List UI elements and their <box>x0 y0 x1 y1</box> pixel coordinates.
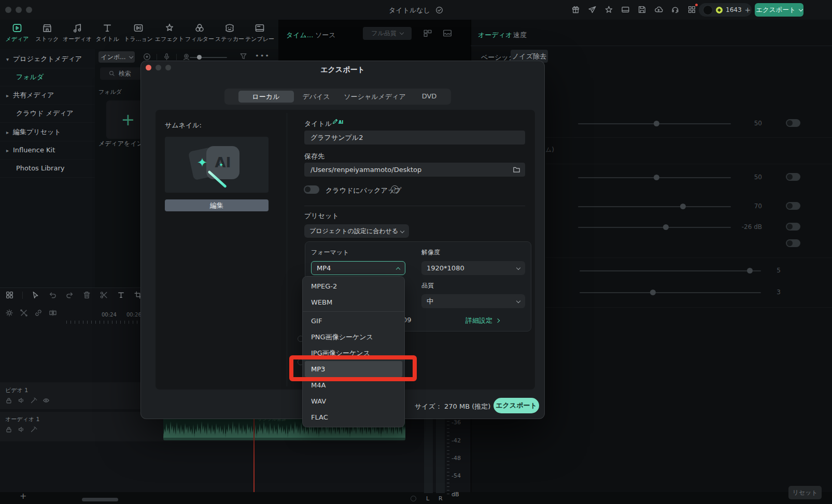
slider-thumb[interactable] <box>654 175 659 180</box>
toggle-switch[interactable] <box>786 202 800 210</box>
horizontal-scrollbar[interactable] <box>82 498 118 501</box>
quality-dropdown[interactable]: フル品質 <box>363 27 412 40</box>
slider-handle[interactable] <box>197 55 202 60</box>
text-tool-icon[interactable] <box>117 291 125 299</box>
delete-icon[interactable] <box>82 291 91 299</box>
slider-row-6[interactable] <box>580 292 761 293</box>
format-option-wav[interactable]: WAV <box>303 393 404 409</box>
sidebar-item-project-media[interactable]: ▾プロジェクトメディア <box>0 50 95 68</box>
reset-button[interactable]: リセット <box>788 486 822 499</box>
volume-slider[interactable] <box>578 123 731 124</box>
redo-icon[interactable] <box>65 291 74 299</box>
cloud-backup-toggle[interactable] <box>304 185 319 194</box>
microphone-icon[interactable] <box>162 52 171 61</box>
tab-stickers[interactable]: ステッカー <box>215 23 245 43</box>
tab-title[interactable]: タイトル <box>92 23 122 43</box>
format-combo-open[interactable]: MP4 <box>311 261 405 275</box>
slider-row-3[interactable] <box>578 206 731 207</box>
edit-thumbnail-button[interactable]: 編集 <box>165 199 269 211</box>
format-option-png-sequence[interactable]: PNG画像シーケンス <box>303 329 404 345</box>
tab-media[interactable]: メディア <box>2 23 32 43</box>
visibility-eye-icon[interactable] <box>43 397 50 404</box>
advanced-settings-link[interactable]: 詳細設定 <box>466 316 499 325</box>
resolution-dropdown[interactable]: 1920*1080 <box>421 261 525 275</box>
magic-wand-icon[interactable] <box>30 426 37 433</box>
slider-row-4[interactable] <box>578 227 731 228</box>
apps-grid-wrap[interactable] <box>687 5 696 14</box>
scope-icon[interactable] <box>443 28 452 38</box>
format-option-webm[interactable]: WEBM <box>303 294 404 310</box>
thumbnail-preview[interactable]: AI ✦ ✦ <box>165 137 269 193</box>
quality-dropdown-dialog[interactable]: 中 <box>421 294 525 308</box>
lock-icon[interactable] <box>5 397 12 404</box>
tab-social-media[interactable]: ソーシャルメディア <box>344 92 405 102</box>
gift-icon[interactable] <box>571 5 580 14</box>
toggle-switch[interactable] <box>786 223 800 231</box>
sidebar-item-cloud-media[interactable]: クラウド メディア <box>0 105 95 123</box>
sidebar-item-photos-library[interactable]: Photos Library <box>0 160 95 178</box>
filter-funnel-icon[interactable] <box>239 52 248 61</box>
quick-split-icon[interactable] <box>20 309 28 317</box>
destination-input[interactable]: /Users/renpeiyamamoto/Desktop <box>304 163 525 177</box>
tab-templates[interactable]: テンプレー <box>245 23 275 43</box>
tab-preview-timeline[interactable]: タイム... <box>286 31 313 40</box>
format-option-mpeg2[interactable]: MPEG-2 <box>303 278 404 294</box>
tab-transition[interactable]: トラ...ョン <box>122 23 154 43</box>
tab-dvd[interactable]: DVD <box>422 92 437 100</box>
slider-row-5[interactable] <box>580 270 761 271</box>
tab-local[interactable]: ローカル <box>252 92 280 102</box>
mute-speaker-icon[interactable] <box>18 397 25 404</box>
slider-thumb[interactable] <box>654 121 659 126</box>
title-input[interactable]: グラフサンプル2 <box>304 131 525 145</box>
magic-wand-icon[interactable] <box>30 397 37 404</box>
tab-preview-source[interactable]: ソース <box>315 31 336 40</box>
preview-layout-icon[interactable] <box>423 28 432 38</box>
select-pointer-icon[interactable] <box>31 291 40 299</box>
timeline-ruler[interactable] <box>66 321 142 324</box>
avatar[interactable] <box>703 5 713 15</box>
add-track-button[interactable]: + <box>20 491 26 501</box>
sidebar-item-folder[interactable]: フォルダ <box>0 68 95 87</box>
dialog-export-button[interactable]: エクスポート <box>493 398 539 413</box>
toggle-switch[interactable] <box>786 173 800 181</box>
tab-effects[interactable]: エフェクト <box>154 23 185 43</box>
sidebar-item-influence-kit[interactable]: ▸Influence Kit <box>0 141 95 160</box>
panel-layout-icon[interactable] <box>621 5 630 14</box>
slider-thumb[interactable] <box>650 290 656 295</box>
thumb-zoom-slider[interactable] <box>190 57 227 58</box>
toolbox-grid-icon[interactable] <box>5 291 14 299</box>
disclosure-icon[interactable]: ▾ <box>6 56 9 62</box>
screen-record-icon[interactable] <box>143 52 151 61</box>
help-icon[interactable]: ? <box>391 185 399 193</box>
tab-stock[interactable]: ストック <box>32 23 62 43</box>
preset-dropdown[interactable]: プロジェクトの設定に合わせる <box>304 224 409 238</box>
disclosure-icon[interactable]: ▸ <box>6 129 9 135</box>
save-icon[interactable] <box>638 5 646 14</box>
marker-split-icon[interactable] <box>49 309 57 317</box>
apps-grid-icon[interactable] <box>687 5 696 14</box>
more-options-icon[interactable]: ••• <box>255 52 270 60</box>
sidebar-item-shared-media[interactable]: ▸共有メディア <box>0 87 95 105</box>
slider-thumb[interactable] <box>680 204 686 209</box>
ai-title-icon[interactable]: AI <box>332 118 343 125</box>
tab-filters[interactable]: フィルター <box>185 23 215 43</box>
slider-thumb[interactable] <box>663 224 669 230</box>
tab-panel-audio[interactable]: オーディオ <box>478 31 512 40</box>
top-export-button[interactable]: エクスポート <box>755 3 803 17</box>
slider-row-2[interactable] <box>578 177 731 178</box>
sidebar-item-edit-presets[interactable]: ▸編集プリセット <box>0 123 95 141</box>
support-headset-icon[interactable] <box>671 5 680 14</box>
tab-device[interactable]: デバイス <box>302 92 330 102</box>
toggle-switch[interactable] <box>786 239 800 247</box>
link-icon[interactable] <box>34 309 43 317</box>
tab-panel-speed[interactable]: 速度 <box>513 31 527 40</box>
tab-audio[interactable]: オーディオ <box>62 23 92 43</box>
format-option-gif[interactable]: GIF <box>303 313 404 329</box>
undo-icon[interactable] <box>48 291 57 299</box>
toggle-switch[interactable] <box>786 119 800 127</box>
share-icon[interactable] <box>588 5 597 14</box>
cloud-upload-icon[interactable] <box>654 5 663 14</box>
coin-add-button[interactable]: + <box>745 6 751 14</box>
folder-browse-icon[interactable] <box>513 166 520 174</box>
import-dropdown[interactable]: インポ... <box>98 51 135 63</box>
